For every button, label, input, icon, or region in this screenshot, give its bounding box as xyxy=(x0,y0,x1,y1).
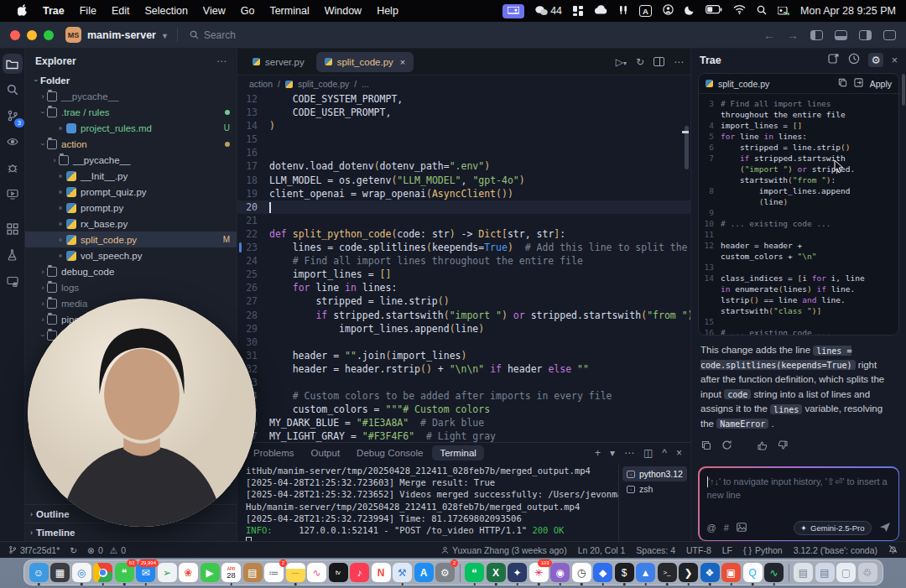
dock-item-reminders[interactable]: ≔2 xyxy=(264,563,284,582)
run-file-button[interactable]: ▷▾ xyxy=(616,56,627,68)
dock-item-stack-files[interactable]: ▢ xyxy=(836,563,856,582)
minimize-window-button[interactable] xyxy=(27,30,37,40)
close-panel-icon[interactable]: × xyxy=(676,447,682,459)
file-tree-item[interactable]: project_rules.mdU xyxy=(25,120,237,136)
thumbs-up-icon[interactable] xyxy=(758,440,768,453)
file-tree-item[interactable]: ›__pycache__ xyxy=(25,152,237,168)
panel-tab-terminal[interactable]: Terminal xyxy=(432,445,483,461)
breadcrumb[interactable]: action / split_code.py / ... xyxy=(237,75,690,92)
dock-item-terminal-app[interactable]: >_ xyxy=(658,563,677,582)
new-chat-icon[interactable] xyxy=(828,53,840,67)
user-menu-icon[interactable] xyxy=(663,4,674,18)
chat-history-icon[interactable] xyxy=(848,53,860,67)
file-tree-item[interactable]: prompt_quiz.py xyxy=(25,184,237,200)
dock-item-slack[interactable]: ✳103 xyxy=(529,563,549,582)
problems-status[interactable]: ⊗0 ⚠0 xyxy=(87,545,126,555)
menu-item-view[interactable]: View xyxy=(195,5,233,17)
toggle-bottom-panel-icon[interactable] xyxy=(835,30,847,40)
menu-clock[interactable]: Mon Apr 28 9:25 PM xyxy=(800,5,896,17)
insert-code-icon[interactable] xyxy=(854,78,863,89)
dock-item-nord[interactable]: ▲ xyxy=(636,563,655,582)
thumbs-down-icon[interactable] xyxy=(778,440,788,453)
dock-item-maps[interactable]: ➢ xyxy=(158,563,177,582)
regenerate-icon[interactable] xyxy=(721,440,732,453)
menu-item-go[interactable]: Go xyxy=(233,5,263,17)
file-tree-item[interactable]: __Init__.py xyxy=(25,168,237,184)
dock-item-craft[interactable]: ✦ xyxy=(508,563,527,582)
panel-scrollbar[interactable] xyxy=(902,74,905,106)
dock-item-activity[interactable]: ∿ xyxy=(764,563,784,582)
editor-tab-split_code.py[interactable]: split_code.py× xyxy=(316,52,414,72)
dock-item-appletv[interactable]: tv xyxy=(329,563,348,582)
dock-item-settings[interactable]: ⚙2 xyxy=(435,563,455,582)
split-editor-icon[interactable] xyxy=(653,57,664,66)
airpods-icon[interactable] xyxy=(618,5,628,18)
activity-test-flask-icon[interactable] xyxy=(3,245,23,265)
menu-item-selection[interactable]: Selection xyxy=(137,5,195,17)
dock-item-finder[interactable]: ☺ xyxy=(29,563,49,582)
menu-item-edit[interactable]: Edit xyxy=(104,5,138,17)
global-search[interactable]: Search xyxy=(190,29,236,41)
focus-moon-icon[interactable] xyxy=(685,5,695,18)
breadcrumb-folder[interactable]: action xyxy=(249,79,273,89)
file-tree-item[interactable]: ›action xyxy=(25,136,237,152)
menu-item-trae[interactable]: Trae xyxy=(35,5,72,17)
indent-setting[interactable]: Spaces: 4 xyxy=(636,545,675,555)
dock-item-facetime[interactable]: ▶ xyxy=(200,563,220,582)
dock-item-msapp[interactable]: ❖ xyxy=(700,563,720,582)
dock-item-appstore[interactable]: A xyxy=(414,563,434,582)
dock-item-wechat[interactable]: ❝ xyxy=(465,563,484,582)
activity-vm-icon[interactable] xyxy=(3,184,23,204)
file-tree-item[interactable]: ›.trae / rules xyxy=(25,104,237,120)
project-name[interactable]: manim-server xyxy=(87,29,156,41)
sync-status-icon[interactable]: ↻ xyxy=(70,545,77,555)
apple-menu-icon[interactable] xyxy=(10,4,35,18)
activity-explorer-icon[interactable] xyxy=(3,54,23,74)
panel-tab-output[interactable]: Output xyxy=(304,445,348,461)
dock-item-mail[interactable]: ✉29,994 xyxy=(136,563,155,582)
dock-item-messages[interactable]: ❝63 xyxy=(115,563,134,582)
attach-image-icon[interactable] xyxy=(737,523,747,533)
customize-layout-icon[interactable] xyxy=(883,30,896,40)
shell-item-python3.12[interactable]: ›python3.12 xyxy=(622,466,687,481)
maximize-panel-icon[interactable]: ^ xyxy=(662,447,667,459)
menu-item-terminal[interactable]: Terminal xyxy=(262,5,316,17)
dock-item-arc[interactable]: ∿ xyxy=(307,563,326,582)
dock-item-contacts[interactable]: ▤ xyxy=(243,563,263,582)
breadcrumb-file[interactable]: split_code.py xyxy=(298,79,349,89)
breadcrumb-symbol[interactable]: ... xyxy=(362,79,369,89)
dock-item-stack-mail[interactable]: ▤ xyxy=(815,563,835,582)
file-tree-item[interactable]: ›debug_code xyxy=(25,263,237,279)
rerun-icon[interactable]: ↻ xyxy=(636,56,644,68)
notifications-bell-icon[interactable] xyxy=(888,544,898,555)
model-selector[interactable]: ✦ Gemini-2.5-Pro xyxy=(794,521,871,535)
copy-code-icon[interactable] xyxy=(838,78,847,89)
tree-root-folder[interactable]: › Folder xyxy=(25,72,237,88)
panel-tab-problems[interactable]: Problems xyxy=(246,445,302,461)
mention-icon[interactable]: @ xyxy=(707,523,716,533)
screen-recording-indicator[interactable] xyxy=(502,4,524,18)
activity-remote-icon[interactable] xyxy=(3,271,23,291)
wifi-icon[interactable] xyxy=(733,5,746,17)
file-tree-item[interactable]: prompt.py xyxy=(25,200,237,216)
dock-item-calendar[interactable]: APR28 xyxy=(221,563,241,582)
blame-author[interactable]: Yuxuan Zhang (3 weeks ago) xyxy=(441,545,567,555)
file-tree-item[interactable]: ›__pycache__ xyxy=(25,88,237,104)
split-terminal-icon[interactable]: ◫ xyxy=(643,447,653,459)
dock-item-redapp[interactable]: ▣ xyxy=(721,563,741,582)
activity-search-icon[interactable] xyxy=(3,80,23,100)
encoding-setting[interactable]: UTF-8 xyxy=(686,545,711,555)
shell-item-zsh[interactable]: ›zsh xyxy=(622,481,687,497)
code-editor[interactable]: 12 CODE_SYSTEM_PROMPT,13 CODE_USER_PROMP… xyxy=(237,92,690,442)
activity-extensions-icon[interactable] xyxy=(3,219,23,239)
input-source-icon[interactable]: A xyxy=(639,5,652,17)
toggle-right-panel-icon[interactable] xyxy=(859,30,872,40)
file-tree-item[interactable]: rx_base.py xyxy=(25,216,237,232)
dock-item-excel[interactable]: X xyxy=(487,563,506,582)
chat-input[interactable]: '↑↓' to navigate input history, '⇧⏎' to … xyxy=(700,468,898,540)
wechat-menu-icon[interactable]: 44 xyxy=(535,5,562,17)
file-tree-item[interactable]: vol_speech.py xyxy=(25,247,237,263)
terminal-output[interactable]: itHub/manim-server/tmp/20250428_212411_0… xyxy=(237,463,618,541)
dock-item-clock-app[interactable]: ◷ xyxy=(572,563,591,582)
panel-more-icon[interactable]: ⋯ xyxy=(624,447,634,459)
